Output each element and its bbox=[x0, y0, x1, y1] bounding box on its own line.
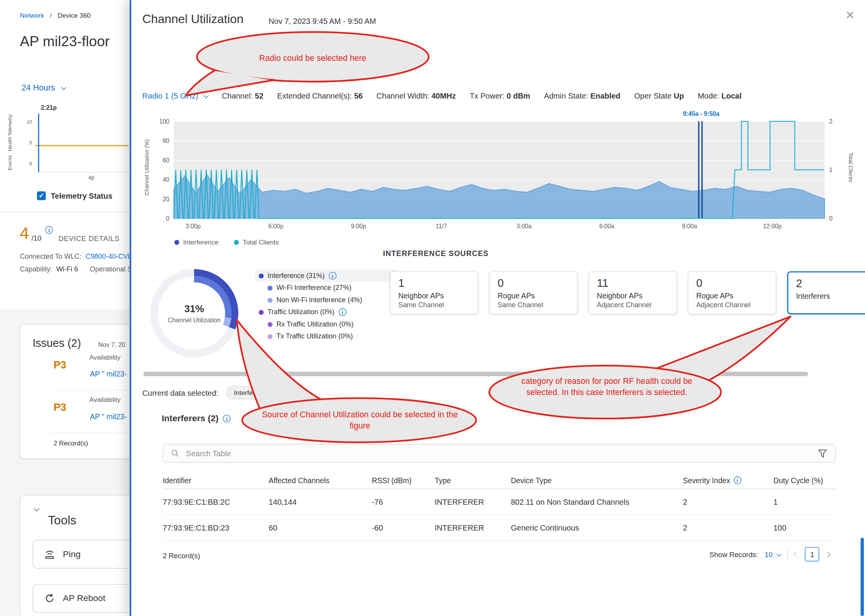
chevron-down-icon bbox=[61, 85, 66, 90]
svg-text:3:00p: 3:00p bbox=[186, 223, 201, 229]
column-header-duty-cycle[interactable]: Duty Cycle (%) bbox=[773, 476, 836, 484]
issues-title: Issues (2) bbox=[33, 337, 81, 350]
card-interferers[interactable]: 2Interferers bbox=[787, 271, 865, 315]
donut-legend-wifi-interference[interactable]: Wi-Fi Interference (27%) bbox=[264, 282, 397, 294]
svg-text:0: 0 bbox=[166, 215, 169, 222]
channel-utilization-donut[interactable]: 31% Channel Utilization bbox=[150, 269, 238, 357]
telemetry-status-checkbox[interactable]: ✓ Telemetry Status bbox=[37, 191, 112, 200]
close-icon[interactable]: × bbox=[846, 8, 855, 23]
ap-reboot-button[interactable]: AP Reboot bbox=[33, 584, 130, 613]
ping-button[interactable]: Ping bbox=[33, 540, 130, 568]
next-page-icon[interactable] bbox=[825, 551, 831, 557]
collapse-chevron-icon[interactable] bbox=[34, 506, 39, 511]
svg-text:11/7: 11/7 bbox=[436, 223, 447, 229]
chevron-down-icon bbox=[203, 93, 209, 99]
interference-dot-icon bbox=[259, 273, 264, 278]
issue-separator bbox=[51, 390, 129, 390]
donut-legend-tx-traffic[interactable]: Tx Traffic Utilization (0%) bbox=[264, 330, 397, 343]
donut-legend-rx-traffic[interactable]: Rx Traffic Utilization (0%) bbox=[264, 318, 397, 330]
breadcrumb-network-link[interactable]: Network bbox=[20, 12, 44, 19]
interference-dot-icon bbox=[174, 239, 179, 244]
info-icon[interactable]: i bbox=[329, 272, 336, 280]
svg-text:40: 40 bbox=[163, 176, 169, 183]
svg-text:100: 100 bbox=[159, 118, 169, 125]
health-score-value: 4 bbox=[20, 224, 29, 243]
panel-title: Channel Utilization bbox=[142, 12, 244, 27]
page-size-dropdown[interactable]: 10 bbox=[765, 550, 781, 558]
current-page-box[interactable]: 1 bbox=[805, 547, 819, 561]
device-360-sidebar: Network / Device 360 AP mil23-floor 24 H… bbox=[0, 0, 130, 616]
column-header-type[interactable]: Type bbox=[435, 476, 511, 484]
current-data-selected-chip[interactable]: Interferers bbox=[226, 386, 272, 399]
donut-legend-interference[interactable]: Interference (31%) i bbox=[255, 270, 397, 282]
channel-utilization-chart[interactable]: 1008060402002103:00p6:00p9:00p11/73:00a6… bbox=[138, 117, 855, 230]
donut-legend-traffic-utilization[interactable]: Traffic Utilization (0%) i bbox=[255, 306, 397, 318]
breadcrumb-current: Device 360 bbox=[57, 12, 91, 19]
issue-link[interactable]: AP " mil23- bbox=[90, 370, 127, 378]
health-score-denominator: /10 bbox=[32, 234, 42, 242]
radio-selector-dropdown[interactable]: Radio 1 (5 GHz) bbox=[142, 92, 208, 100]
radio-field-oper-state: Oper State Up bbox=[634, 92, 684, 100]
panel-subtitle: Nov 7, 2023 9:45 AM - 9:50 AM bbox=[269, 17, 376, 25]
column-header-device-type[interactable]: Device Type bbox=[511, 476, 683, 484]
radio-field-extended-channel: Extended Channel(s): 56 bbox=[277, 92, 363, 100]
search-input[interactable] bbox=[185, 444, 812, 463]
vertical-scrollbar[interactable] bbox=[861, 538, 864, 616]
total-clients-dot-icon bbox=[234, 239, 239, 244]
previous-page-icon[interactable] bbox=[794, 551, 799, 557]
column-header-identifier[interactable]: Identifier bbox=[163, 476, 269, 484]
svg-text:9:00a: 9:00a bbox=[682, 223, 697, 229]
card-neighbor-aps-same-channel[interactable]: 1Neighbor APsSame Channel bbox=[390, 271, 478, 315]
health-info-icon[interactable]: i bbox=[45, 226, 53, 234]
ap-reboot-label: AP Reboot bbox=[63, 593, 105, 603]
table-pagination: Show Records: 10 1 bbox=[709, 547, 830, 561]
column-header-affected-channels[interactable]: Affected Channels bbox=[269, 476, 372, 484]
info-icon[interactable]: i bbox=[339, 308, 346, 316]
reboot-icon bbox=[44, 593, 55, 604]
time-range-dropdown[interactable]: 24 Hours bbox=[22, 83, 66, 92]
card-rogue-aps-adjacent-channel[interactable]: 0Rogue APsAdjacent Channel bbox=[688, 271, 776, 315]
capability-label: Capability: bbox=[20, 265, 52, 273]
mini-telemetry-chart[interactable] bbox=[35, 114, 129, 172]
info-icon[interactable]: i bbox=[223, 415, 231, 422]
issue-link[interactable]: AP " mil23- bbox=[90, 412, 127, 420]
traffic-utilization-dot-icon bbox=[259, 310, 264, 315]
radio-field-mode: Mode: Local bbox=[698, 92, 742, 100]
column-header-rssi[interactable]: RSSI (dBm) bbox=[372, 476, 434, 484]
wlc-label: Connected To WLC: bbox=[20, 253, 82, 260]
issues-card: Issues (2) Nov 7, 20 Availability P3 AP … bbox=[20, 324, 130, 459]
card-rogue-aps-same-channel[interactable]: 0Rogue APsSame Channel bbox=[489, 271, 578, 315]
telemetry-status-label: Telemetry Status bbox=[51, 191, 112, 200]
search-icon bbox=[171, 449, 179, 458]
horizontal-scrollbar[interactable] bbox=[143, 372, 808, 376]
table-row: 77:93:9E:C1:BB:2C140,144 -76INTERFERER 8… bbox=[163, 489, 836, 515]
info-icon[interactable]: i bbox=[733, 477, 741, 484]
filter-icon[interactable] bbox=[818, 449, 828, 458]
tools-title: Tools bbox=[48, 514, 77, 528]
table-search bbox=[163, 444, 836, 463]
mini-chart-row-label-events: Events bbox=[7, 143, 13, 182]
device-details-label: DEVICE DETAILS bbox=[59, 234, 120, 243]
issue-separator bbox=[51, 433, 129, 433]
interference-sources-title: INTERFERENCE SOURCES bbox=[131, 249, 740, 257]
wifi-interference-dot-icon bbox=[268, 285, 273, 290]
wlc-link[interactable]: C9800-40-CVD. bbox=[85, 253, 129, 260]
chart-selection-range-label: 9:45a - 9:50a bbox=[683, 110, 719, 117]
svg-text:60: 60 bbox=[163, 157, 169, 164]
table-header-row: Identifier Affected Channels RSSI (dBm) … bbox=[163, 472, 836, 489]
breadcrumb: Network / Device 360 bbox=[20, 10, 91, 20]
column-header-severity-index[interactable]: Severity Indexi bbox=[683, 476, 773, 484]
donut-legend-non-wifi-interference[interactable]: Non Wi-Fi Interference (4%) bbox=[264, 294, 397, 306]
sidebar-divider bbox=[0, 212, 130, 212]
svg-text:80: 80 bbox=[163, 137, 169, 144]
card-neighbor-aps-adjacent-channel[interactable]: 11Neighbor APsAdjacent Channel bbox=[588, 271, 677, 315]
legend-total-clients[interactable]: Total Clients bbox=[234, 238, 279, 246]
legend-interference[interactable]: Interference bbox=[174, 238, 219, 246]
radio-selector-label: Radio 1 (5 GHz) bbox=[142, 92, 198, 100]
mini-chart-cursor-time: 2:21p bbox=[41, 104, 57, 111]
footer-divider bbox=[787, 549, 788, 560]
time-cursor-handle[interactable] bbox=[38, 114, 39, 172]
mini-chart-tick-0: 0 bbox=[22, 161, 32, 166]
capability-row: Capability: Wi-Fi 6 Operational Sta bbox=[20, 265, 130, 273]
radio-field-channel-width: Channel Width: 40MHz bbox=[377, 92, 456, 100]
